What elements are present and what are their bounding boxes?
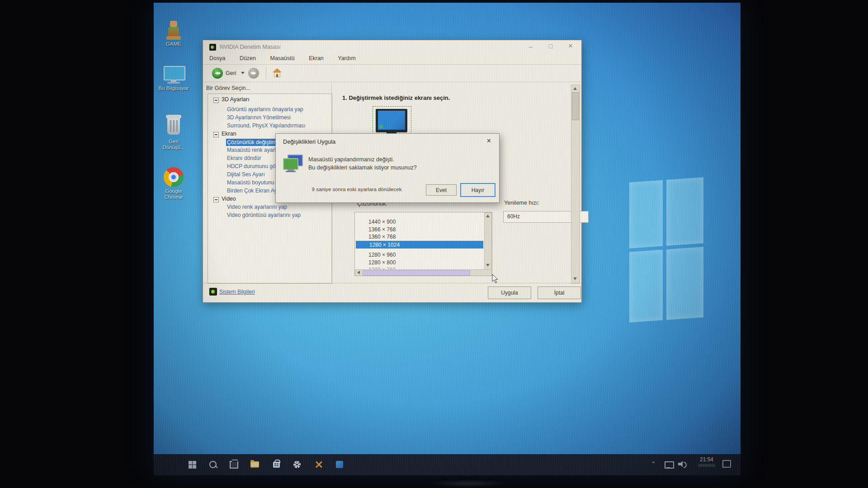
dialog-yes-button[interactable]: Evet <box>426 184 457 196</box>
system-info-icon <box>209 288 217 296</box>
clock-time: 21:54 <box>694 456 719 463</box>
vscrollbar-thumb[interactable] <box>572 92 579 120</box>
monitor-brand-logo <box>429 480 506 487</box>
close-button[interactable]: ✕ <box>563 42 578 49</box>
start-button[interactable] <box>185 458 199 471</box>
step1-heading: 1. Değiştirmek istediğiniz ekranı seçin. <box>342 94 450 101</box>
tree-item-surround-physx[interactable]: Surround, PhysX Yapılandırması <box>227 122 306 129</box>
tree-node-3d-ayarlari[interactable]: 3D Ayarları <box>222 96 250 103</box>
desktop-icon-label: Bu Bilgisayar <box>154 85 193 91</box>
scroll-down-icon[interactable] <box>573 277 577 280</box>
toolbar: Geri <box>203 65 581 82</box>
scroll-left-icon[interactable] <box>357 271 360 274</box>
menu-masaustu[interactable]: Masaüstü <box>270 55 294 61</box>
desktop-icon-label: Google Chrome <box>156 188 192 200</box>
resolution-option[interactable]: 1280 × 800 <box>355 259 396 266</box>
tree-collapse-icon[interactable] <box>213 197 219 202</box>
menu-duzen[interactable]: Düzen <box>240 55 256 61</box>
notification-center-icon[interactable] <box>722 460 731 468</box>
this-pc-icon <box>163 65 184 84</box>
dialog-close-icon[interactable]: ✕ <box>486 137 491 144</box>
task-view-button[interactable] <box>227 458 241 471</box>
x-app-icon <box>315 461 322 468</box>
resolution-option[interactable]: 1440 × 900 <box>355 219 396 225</box>
toolbar-divider <box>266 67 266 80</box>
back-dropdown-caret-icon[interactable] <box>241 72 245 74</box>
maximize-button[interactable]: □ <box>543 42 558 50</box>
menu-ekran[interactable]: Ekran <box>309 55 324 61</box>
search-icon <box>209 461 217 468</box>
file-explorer-icon <box>250 461 259 468</box>
refresh-rate-value: 60Hz <box>507 213 520 220</box>
tray-chevron-icon[interactable]: ⌃ <box>651 460 656 467</box>
hscrollbar-thumb[interactable] <box>363 270 470 276</box>
display-monitor-icon <box>376 109 407 132</box>
scroll-up-icon[interactable] <box>573 87 577 90</box>
network-icon[interactable] <box>665 461 674 469</box>
monitor-screen: GAME Bu Bilgisayar Geri Dönüşü... Google… <box>154 3 741 475</box>
menu-dosya[interactable]: Dosya <box>209 55 225 61</box>
settings-button[interactable] <box>290 458 304 471</box>
desktop-icon-game[interactable]: GAME <box>154 20 193 47</box>
menu-bar: Dosya Düzen Masaüstü Ekran Yardım <box>203 54 581 65</box>
tree-node-ekran[interactable]: Ekran <box>222 131 236 137</box>
task-view-icon <box>230 461 238 469</box>
tree-item-video-goruntusu[interactable]: Video görüntüsü ayarlarını yap <box>227 212 301 218</box>
resolution-option[interactable]: 1366 × 768 <box>355 226 396 233</box>
select-task-header: Bir Görev Seçin... <box>206 85 250 91</box>
tree-item-goruntu-ayarlari[interactable]: Görüntü ayarlarını önayarla yap <box>227 106 303 113</box>
store-button[interactable] <box>269 458 283 471</box>
display-settings-icon <box>283 155 303 172</box>
desktop-icon-recycle-bin[interactable]: Geri Dönüşü... <box>154 114 193 150</box>
nvidia-app-icon <box>209 44 216 51</box>
menu-yardim[interactable]: Yardım <box>338 55 355 61</box>
apply-button[interactable]: Uygula <box>488 286 531 299</box>
tree-item-3d-yonetimi[interactable]: 3D Ayarlarının Yönetilmesi <box>227 114 291 121</box>
resolution-option[interactable]: 1280 × 960 <box>355 252 396 258</box>
volume-icon[interactable] <box>678 461 686 467</box>
minimize-button[interactable]: – <box>523 42 538 50</box>
search-button[interactable] <box>206 458 220 471</box>
tree-collapse-icon[interactable] <box>213 132 219 137</box>
forward-button[interactable] <box>248 68 259 79</box>
dialog-countdown: 9 saniye sonra eski ayarlara dönülecek <box>305 187 409 192</box>
tree-item-dijital-ses[interactable]: Dijital Ses Ayarı <box>227 171 265 178</box>
main-vscrollbar[interactable] <box>571 84 580 284</box>
app-button-blue[interactable] <box>333 458 346 471</box>
refresh-rate-label: Yenileme hızı: <box>504 200 539 206</box>
tree-collapse-icon[interactable] <box>213 98 219 103</box>
tree-item-ekrani-dondur[interactable]: Ekranı döndür <box>227 155 261 161</box>
resolution-listbox[interactable]: 1440 × 900 1366 × 768 1360 × 768 1280 × … <box>354 212 492 276</box>
cancel-button[interactable]: İptal <box>538 286 581 299</box>
home-button[interactable] <box>272 68 283 78</box>
resolution-option[interactable]: 1360 × 768 <box>355 234 396 240</box>
store-bag-icon <box>273 462 280 468</box>
tree-item-video-renk[interactable]: Video renk ayarlarını yap <box>227 204 287 210</box>
gear-icon <box>293 461 301 468</box>
tray-clock[interactable]: 21:54 <box>694 456 719 467</box>
desktop-icon-this-pc[interactable]: Bu Bilgisayar <box>154 65 193 91</box>
desktop-icon-chrome[interactable]: Google Chrome <box>154 167 193 200</box>
resolution-list-vscrollbar[interactable] <box>484 212 492 270</box>
resolution-list-hscrollbar[interactable] <box>355 269 492 276</box>
scroll-up-icon[interactable] <box>486 215 490 217</box>
clock-date-blurred <box>698 464 715 467</box>
app-button-x[interactable] <box>312 458 326 471</box>
desktop-icon-label: Geri Dönüşü... <box>158 139 189 150</box>
window-titlebar[interactable]: NVIDIA Denetim Masası – □ ✕ <box>203 40 581 54</box>
game-shortcut-icon <box>165 20 183 40</box>
wallpaper-windows-logo <box>629 177 703 324</box>
blue-app-icon <box>336 461 343 468</box>
system-info-link[interactable]: Sistem Bilgileri <box>219 289 255 295</box>
window-title: NVIDIA Denetim Masası <box>220 44 281 50</box>
dialog-message-line2: Bu değişiklikleri saklamak istiyor musun… <box>308 164 417 171</box>
tree-node-video[interactable]: Video <box>222 196 236 202</box>
resolution-option-selected[interactable]: 1280 × 1024 <box>356 241 483 249</box>
file-explorer-button[interactable] <box>248 458 261 471</box>
dialog-no-button[interactable]: Hayır <box>460 183 495 197</box>
scroll-down-icon[interactable] <box>486 264 490 267</box>
dialog-message-line1: Masaüstü yapılandırmanız değişti. <box>308 156 394 163</box>
back-button[interactable] <box>212 68 223 79</box>
apply-changes-dialog: Değişiklikleri Uygula ✕ Masaüstü yapılan… <box>275 133 500 203</box>
dialog-title: Değişiklikleri Uygula <box>283 138 335 145</box>
